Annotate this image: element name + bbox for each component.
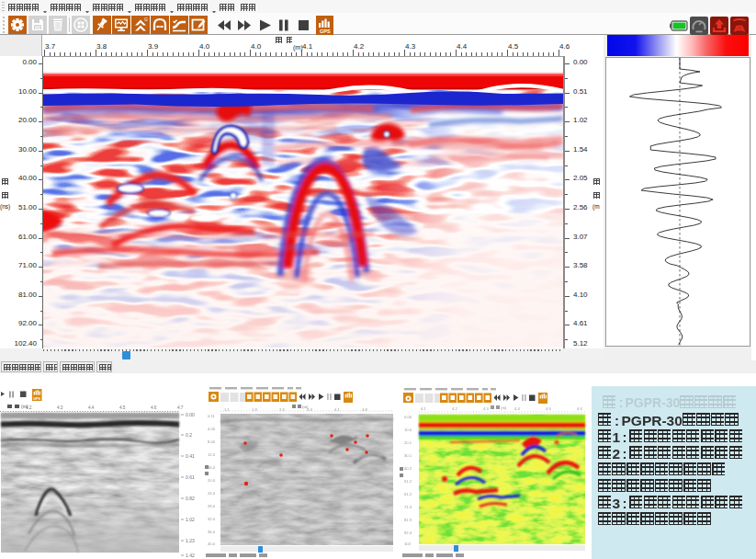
svg-text:102: 102	[404, 542, 412, 546]
svg-text:28.0: 28.0	[208, 504, 216, 508]
svg-text:32.0: 32.0	[208, 517, 216, 521]
svg-text:0.82: 0.82	[186, 496, 195, 501]
svg-text:0.61: 0.61	[186, 474, 195, 480]
svg-text:1.42: 1.42	[186, 553, 195, 558]
svg-text:2.6: 2.6	[279, 407, 285, 412]
svg-text:0.00: 0.00	[186, 412, 195, 417]
svg-text:1.23: 1.23	[186, 538, 195, 543]
svg-text:GPS: GPS	[33, 397, 40, 401]
svg-text:40.0: 40.0	[208, 542, 216, 546]
svg-text:20.0: 20.0	[208, 478, 216, 483]
svg-text:30.1: 30.1	[404, 453, 412, 458]
svg-text:0.41: 0.41	[186, 453, 195, 459]
svg-text:0.11: 0.11	[208, 414, 216, 418]
svg-text:(m): (m)	[501, 405, 507, 410]
svg-text:4.6: 4.6	[151, 405, 157, 410]
svg-text:0.00: 0.00	[404, 415, 412, 419]
svg-text:4.00: 4.00	[208, 427, 216, 431]
svg-text:4.3: 4.3	[483, 406, 489, 411]
svg-text:24.0: 24.0	[208, 491, 216, 496]
svg-text:36.0: 36.0	[208, 530, 216, 534]
svg-text:GPS: GPS	[320, 29, 331, 34]
svg-text:16.0: 16.0	[208, 465, 216, 470]
svg-text:4.5: 4.5	[119, 405, 126, 410]
svg-text:4.2: 4.2	[452, 406, 457, 411]
svg-text:92.4: 92.4	[404, 530, 412, 535]
svg-text:4.2: 4.2	[26, 405, 32, 410]
svg-text:4.7: 4.7	[177, 405, 184, 410]
svg-text:51.2: 51.2	[404, 479, 412, 484]
svg-text:4.4: 4.4	[514, 406, 520, 411]
svg-text:40.2: 40.2	[404, 466, 412, 471]
svg-text:81.3: 81.3	[404, 518, 412, 522]
svg-text:10.0: 10.0	[404, 428, 412, 432]
svg-text:4.4: 4.4	[88, 405, 95, 410]
svg-text:71.3: 71.3	[404, 505, 412, 509]
svg-text:61.2: 61.2	[404, 492, 412, 496]
svg-text:4.6: 4.6	[577, 406, 582, 411]
svg-text:8.00: 8.00	[208, 439, 216, 444]
svg-text:4.8: 4.8	[362, 407, 367, 412]
svg-text:4.1: 4.1	[421, 406, 426, 411]
svg-text:20.1: 20.1	[404, 440, 412, 445]
svg-text:1.02: 1.02	[186, 517, 195, 522]
svg-text:4.5: 4.5	[546, 406, 551, 411]
svg-text:4.3: 4.3	[57, 405, 63, 410]
svg-text:12.0: 12.0	[208, 452, 216, 457]
svg-text:0.2: 0.2	[186, 432, 192, 438]
svg-text:G: G	[144, 17, 148, 22]
